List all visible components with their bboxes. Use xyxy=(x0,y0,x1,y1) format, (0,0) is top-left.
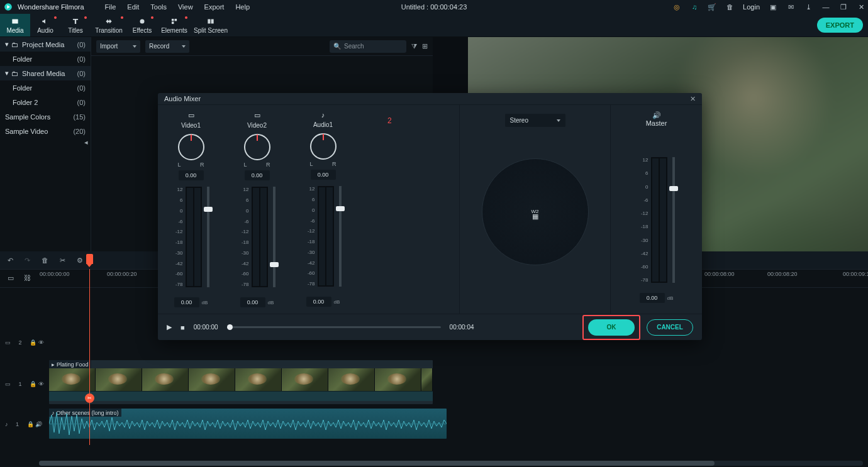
stop-button[interactable]: ■ xyxy=(181,324,185,331)
pan-value[interactable]: 0.00 xyxy=(311,170,336,180)
search-input[interactable]: 🔍Search xyxy=(330,40,406,53)
master-volume-value[interactable]: 0.00 xyxy=(640,293,665,303)
grid-view-icon[interactable]: ⊞ xyxy=(422,42,428,50)
tab-transition[interactable]: Transition xyxy=(91,14,127,36)
export-icon[interactable]: ⤓ xyxy=(804,3,813,11)
link-icon[interactable]: ⛓ xyxy=(24,274,31,282)
menu-file[interactable]: File xyxy=(99,3,122,11)
tree-folder-2[interactable]: Folder 2(0) xyxy=(0,95,91,109)
ruler-mark: 00:00:09:15 xyxy=(843,271,868,277)
tree-shared-media[interactable]: ▾🗀Shared Media(0) xyxy=(0,66,91,80)
play-button[interactable]: ▶ xyxy=(167,323,172,331)
tab-elements-label: Elements xyxy=(161,27,187,34)
delete-icon[interactable]: 🗑 xyxy=(42,256,48,264)
adjust-icon[interactable]: ⚙ xyxy=(77,256,83,265)
tree-folder[interactable]: Folder(0) xyxy=(0,80,91,95)
filter-icon[interactable]: ⧩ xyxy=(411,42,417,50)
video-track-1: ▸ Plating Food xyxy=(47,360,868,404)
volume-value[interactable]: 0.00 xyxy=(306,297,331,307)
transport-seek[interactable] xyxy=(227,326,441,328)
maximize-icon[interactable]: ❐ xyxy=(839,3,848,11)
collapse-tree-icon[interactable]: ◂ xyxy=(0,138,91,148)
pan-knob[interactable] xyxy=(244,134,270,160)
master-fader[interactable] xyxy=(672,157,675,283)
login-link[interactable]: Login xyxy=(743,3,760,11)
mail-icon[interactable]: ✉ xyxy=(786,3,795,11)
tab-transition-label: Transition xyxy=(95,27,123,34)
volume-fader[interactable] xyxy=(339,186,342,287)
pan-value[interactable]: 0.00 xyxy=(245,170,270,180)
channel-name: Video1 xyxy=(181,122,201,129)
volume-fader[interactable] xyxy=(273,187,275,287)
volume-fader[interactable] xyxy=(207,187,209,287)
track-head-v1[interactable]: ▭ 1 🔒 👁 xyxy=(0,381,47,387)
headphones-icon[interactable]: ♫ xyxy=(690,3,699,11)
ok-button[interactable]: OK xyxy=(588,319,635,336)
close-icon[interactable]: ✕ xyxy=(857,3,865,11)
track-num: 1 xyxy=(16,421,19,427)
minimize-icon[interactable]: — xyxy=(821,3,830,11)
seek-thumb[interactable] xyxy=(227,324,233,330)
menu-view[interactable]: View xyxy=(172,3,199,11)
trash-icon[interactable]: 🗑 xyxy=(725,3,734,11)
cancel-button[interactable]: CANCEL xyxy=(647,319,693,336)
chevron-down-icon xyxy=(557,119,560,122)
cut-icon[interactable]: ✂ xyxy=(60,256,65,265)
dialog-transport: ▶ ■ 00:00:00 00:00:04 OK CANCEL xyxy=(158,314,702,340)
menu-edit[interactable]: Edit xyxy=(121,3,145,11)
playhead[interactable]: ✂ xyxy=(89,269,90,445)
tab-elements[interactable]: Elements xyxy=(157,14,191,36)
fader-thumb[interactable] xyxy=(669,186,678,191)
fader-thumb[interactable] xyxy=(336,206,345,211)
audio-track-1: ♪ Other scenes (long intro) xyxy=(47,409,868,440)
audio-mixer-dialog: Audio Mixer ✕ 2 ▭ Video1 LR 0.00 1260-6-… xyxy=(158,93,702,340)
db-label: dB xyxy=(268,300,274,305)
tab-splitscreen[interactable]: Split Screen xyxy=(191,14,230,36)
menu-help[interactable]: Help xyxy=(230,3,255,11)
pan-l: L xyxy=(244,162,247,168)
tab-audio[interactable]: Audio xyxy=(30,14,60,36)
pan-knob[interactable] xyxy=(178,134,204,160)
tree-project-media[interactable]: ▾🗀Project Media(0) xyxy=(0,37,91,52)
audio-clip[interactable]: ♪ Other scenes (long intro) xyxy=(49,409,447,439)
fader-thumb[interactable] xyxy=(270,262,279,267)
cut-at-playhead-icon[interactable]: ✂ xyxy=(85,393,94,403)
volume-value[interactable]: 0.00 xyxy=(174,297,199,307)
bulb-icon[interactable]: ◎ xyxy=(672,3,681,11)
menu-export[interactable]: Export xyxy=(199,3,230,11)
playhead-sync-icon[interactable]: ▭ xyxy=(8,274,14,282)
dialog-close-icon[interactable]: ✕ xyxy=(690,95,696,103)
timeline-scrollbar[interactable] xyxy=(39,461,863,466)
stereo-select[interactable]: Stereo xyxy=(505,114,565,127)
menu-tools[interactable]: Tools xyxy=(145,3,172,11)
volume-value[interactable]: 0.00 xyxy=(240,297,265,307)
import-dropdown[interactable]: Import xyxy=(96,40,140,53)
track-head-a1[interactable]: ♪ 1 🔒 🔊 xyxy=(0,421,47,427)
svg-rect-5 xyxy=(172,21,174,24)
chevron-down-icon: ▾ xyxy=(5,69,11,77)
tree-sample-colors[interactable]: Sample Colors(15) xyxy=(0,109,91,124)
fader-thumb[interactable] xyxy=(204,207,213,212)
redo-icon[interactable]: ↷ xyxy=(25,256,30,265)
tab-effects[interactable]: Effects xyxy=(127,14,157,36)
playhead-head[interactable] xyxy=(86,254,93,264)
tab-titles[interactable]: Titles xyxy=(60,14,91,36)
surround-dial[interactable]: W2 ▦ xyxy=(482,158,589,265)
scroll-thumb[interactable] xyxy=(39,461,715,466)
video-clip[interactable]: ▸ Plating Food xyxy=(49,360,433,404)
menu-bar: File Edit Tools View Export Help xyxy=(99,3,255,11)
pan-knob[interactable] xyxy=(310,133,337,160)
tree-label: Sample Video xyxy=(5,128,48,135)
cart-icon[interactable]: 🛒 xyxy=(708,3,716,11)
tree-sample-video[interactable]: Sample Video(20) xyxy=(0,124,91,138)
undo-icon[interactable]: ↶ xyxy=(8,256,13,265)
export-button[interactable]: EXPORT xyxy=(817,18,863,33)
record-dropdown[interactable]: Record xyxy=(145,40,189,53)
tree-folder[interactable]: Folder(0) xyxy=(0,52,91,66)
pan-value[interactable]: 0.00 xyxy=(179,170,204,180)
save-icon[interactable]: ▣ xyxy=(769,3,777,11)
tree-count: (0) xyxy=(77,99,86,106)
window-controls: ◎ ♫ 🛒 🗑 Login ▣ ✉ ⤓ — ❐ ✕ xyxy=(672,3,865,11)
tab-media[interactable]: Media xyxy=(0,14,30,36)
track-head-v2[interactable]: ▭ 2 🔒 👁 xyxy=(0,339,47,346)
